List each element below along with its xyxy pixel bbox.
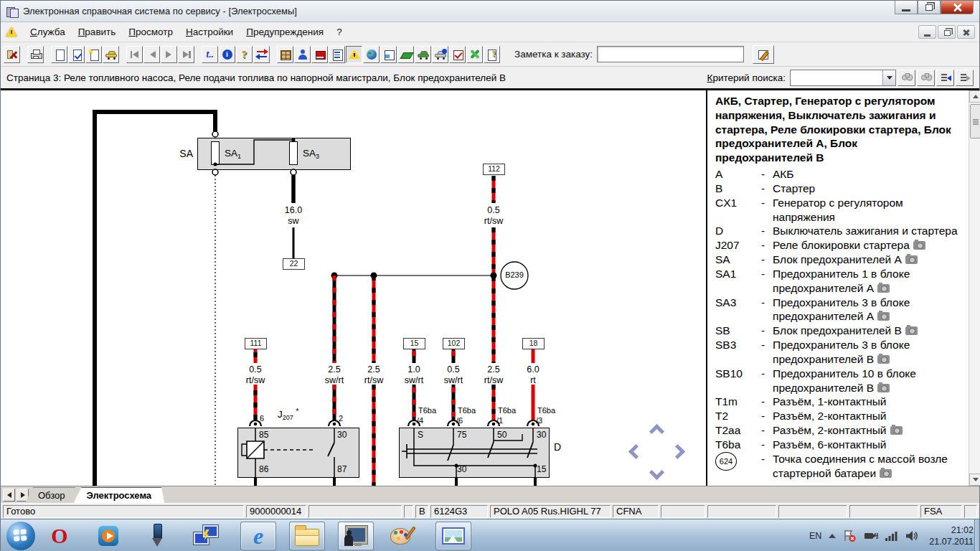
scroll-down-button[interactable]	[969, 474, 980, 486]
last-page-button[interactable]	[178, 46, 194, 63]
clock[interactable]: 21:02 21.07.2011	[929, 524, 974, 548]
component-location-button[interactable]	[380, 46, 397, 63]
menu-view[interactable]: Просмотр	[122, 24, 179, 40]
print-button[interactable]	[27, 46, 44, 63]
vehicle-info-button[interactable]	[432, 46, 448, 63]
action-center-flag-icon[interactable]	[843, 529, 857, 542]
minimize-button[interactable]	[895, 1, 918, 14]
legend-scrollbar[interactable]	[969, 90, 980, 486]
wire-gauge-label: 0.5	[432, 364, 475, 375]
pan-down-chevron[interactable]	[649, 465, 664, 480]
show-hidden-icons[interactable]	[829, 534, 836, 538]
pan-left-chevron[interactable]	[628, 444, 644, 459]
doc-question-button[interactable]: ?	[484, 46, 500, 63]
camera-icon[interactable]	[890, 426, 903, 435]
taskbar-explorer[interactable]	[289, 522, 325, 550]
vehicle-data-button[interactable]	[415, 46, 431, 63]
previous-page-button[interactable]	[143, 46, 160, 63]
scroll-up-button[interactable]	[969, 90, 980, 103]
legend-row: CX1-Генератор с регулятором напряжения	[715, 196, 958, 225]
language-indicator[interactable]: EN	[809, 531, 821, 541]
power-plug-icon[interactable]	[864, 530, 878, 542]
taskbar-opera[interactable]: O	[45, 522, 74, 550]
search-combobox[interactable]	[790, 70, 896, 86]
exit-button[interactable]	[4, 46, 20, 63]
checklist-button[interactable]	[449, 46, 466, 63]
fuse-sa3	[289, 141, 298, 165]
tools-button[interactable]	[466, 46, 483, 63]
search-next-button[interactable]	[917, 70, 935, 86]
add-to-list-button[interactable]	[936, 70, 954, 86]
swap-button[interactable]	[253, 46, 270, 63]
status-empty	[849, 505, 918, 518]
parts-catalog-button[interactable]	[277, 46, 293, 63]
document-check-button[interactable]	[68, 46, 85, 63]
vehicle-button[interactable]	[103, 46, 119, 63]
note-edit-button[interactable]	[753, 45, 774, 64]
list-arrow-out-icon	[959, 72, 971, 83]
taskbar-image-viewer[interactable]	[435, 522, 471, 550]
taskbar-network-tool[interactable]	[192, 522, 220, 550]
status-empty	[707, 505, 776, 518]
camera-icon[interactable]	[877, 312, 890, 321]
mdi-restore-button[interactable]	[938, 25, 956, 39]
status-code: 6124G3	[430, 505, 488, 518]
camera-icon[interactable]	[877, 284, 890, 293]
camera-icon[interactable]	[913, 241, 925, 250]
camera-icon[interactable]	[905, 255, 918, 264]
pan-right-chevron[interactable]	[670, 444, 685, 459]
camera-icon[interactable]	[877, 384, 890, 392]
taskbar-internet-explorer[interactable]: e	[240, 522, 276, 550]
network-signal-icon[interactable]	[885, 531, 898, 541]
camera-icon[interactable]	[905, 326, 918, 335]
ignition-label-d: D	[554, 441, 561, 453]
search-input[interactable]	[791, 70, 882, 85]
wiring-diagrams-button[interactable]	[346, 46, 362, 63]
document-list-button[interactable]	[329, 46, 345, 63]
terminal-111: 111	[245, 338, 267, 349]
menu-service[interactable]: Служба	[24, 24, 72, 40]
search-prev-button[interactable]	[897, 70, 915, 86]
scrollbar-thumb[interactable]	[970, 104, 980, 138]
camera-icon[interactable]	[877, 355, 890, 364]
tab-overview[interactable]: Обзор	[25, 487, 78, 503]
pan-up-chevron[interactable]	[649, 424, 664, 439]
menu-warnings[interactable]: Предупреждения	[240, 24, 330, 40]
info-button[interactable]: i	[219, 46, 235, 63]
volume-icon[interactable]	[905, 530, 919, 542]
taskbar-tool[interactable]	[143, 522, 171, 550]
status-empty	[964, 505, 977, 518]
taskbar-paint[interactable]	[387, 522, 415, 550]
help-button[interactable]: ?	[236, 46, 253, 63]
remove-from-list-button[interactable]	[956, 70, 974, 86]
customer-button[interactable]	[294, 46, 311, 63]
tab-schematic[interactable]: Электросхема	[74, 487, 165, 503]
red-book-icon	[314, 49, 326, 60]
taskbar-media-player[interactable]	[94, 522, 123, 550]
document-new-button[interactable]	[85, 46, 102, 63]
tab-scroll-left-button[interactable]	[3, 489, 15, 501]
goto-button[interactable]: t..	[202, 46, 218, 63]
next-page-button[interactable]	[161, 46, 177, 63]
close-button[interactable]	[941, 1, 974, 14]
tab-bar: Обзор Электросхема	[1, 486, 979, 503]
mdi-close-button[interactable]	[957, 25, 975, 39]
show-desktop-button[interactable]	[974, 519, 979, 551]
body-repair-button[interactable]	[397, 46, 414, 63]
menu-help[interactable]: ?	[330, 24, 349, 40]
menu-edit[interactable]: Править	[72, 24, 123, 40]
new-document-button[interactable]	[51, 46, 67, 63]
order-note-input[interactable]	[597, 46, 744, 62]
fuse-sa1-label: SA1	[225, 148, 241, 160]
camera-icon[interactable]	[880, 469, 892, 478]
globe-button[interactable]	[363, 46, 380, 63]
manual-button[interactable]	[311, 46, 328, 63]
start-button[interactable]	[6, 522, 35, 550]
restore-button[interactable]	[918, 1, 941, 14]
menu-settings[interactable]: Настройки	[179, 24, 240, 40]
chevron-down-icon[interactable]	[882, 70, 895, 85]
legend-row: B-Стартер	[715, 182, 958, 196]
first-page-button[interactable]	[126, 46, 143, 63]
mdi-minimize-button[interactable]	[918, 25, 936, 39]
taskbar-elsa-app[interactable]	[338, 522, 374, 550]
